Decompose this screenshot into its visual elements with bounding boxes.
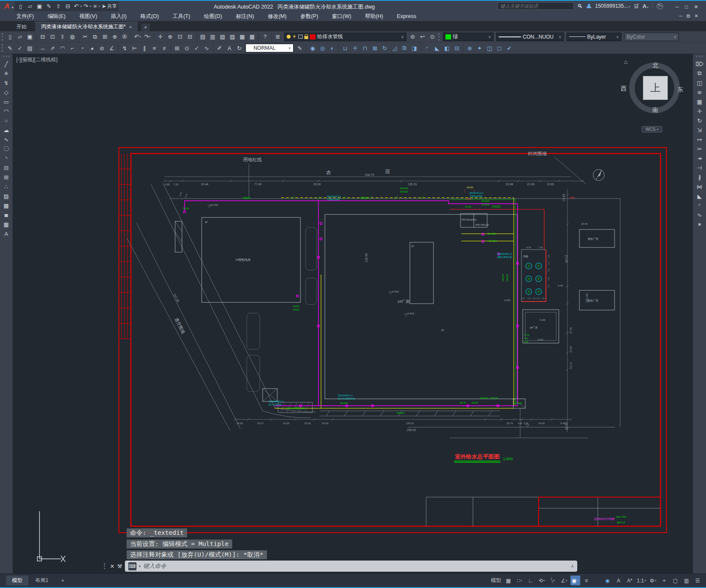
doc-restore-button[interactable]: ⧉: [687, 13, 690, 19]
quick-calculator-button[interactable]: ▦: [247, 32, 257, 42]
multiline-text-button[interactable]: A: [1, 229, 12, 238]
copy-faces-button[interactable]: ⧉: [400, 43, 409, 53]
menu-view-button[interactable]: 视图(V): [73, 12, 104, 21]
match-properties-button[interactable]: ✇: [120, 32, 130, 42]
layer-dropdown[interactable]: ☀ 给排水管线 ∨: [284, 33, 406, 41]
annotation-visibility-button[interactable]: A: [614, 576, 624, 585]
doc-minimize-button[interactable]: ─: [679, 13, 682, 19]
trim-button[interactable]: ✂: [694, 144, 705, 154]
match-layer-button[interactable]: ⊜: [408, 32, 418, 42]
menu-file-button[interactable]: 文件(F): [9, 12, 41, 21]
ellipse-button[interactable]: 〇: [1, 144, 12, 154]
menu-modify-button[interactable]: 修改(M): [261, 12, 294, 21]
viewcube-north[interactable]: 北: [652, 62, 658, 69]
insert-block-button[interactable]: ⊟: [1, 163, 12, 172]
isometric-drafting-button[interactable]: ∠: [559, 576, 569, 585]
toolbar-grip[interactable]: [696, 56, 703, 57]
toolbar-grip[interactable]: [2, 33, 3, 41]
lineweight-display-button[interactable]: ≡: [582, 576, 591, 585]
undo-icon[interactable]: ↶: [73, 2, 82, 11]
etransmit-button[interactable]: ◍: [67, 32, 77, 42]
doc-close-button[interactable]: ✕: [694, 13, 698, 19]
circle-button[interactable]: ○: [1, 116, 12, 125]
chevron-down-icon[interactable]: ∨: [488, 35, 491, 39]
stretch-button[interactable]: ↦: [694, 135, 705, 144]
viewport-controls[interactable]: [-][俯视][二维线框]: [16, 56, 58, 63]
create-block-button[interactable]: ⊞: [1, 172, 12, 182]
rotate-faces-button[interactable]: ↻: [380, 43, 390, 53]
annotation-scale-button[interactable]: 1:1: [636, 576, 647, 585]
app-store-cart-icon[interactable]: 🛒︎: [633, 3, 639, 9]
wcs-dropdown[interactable]: WCS▾: [642, 126, 662, 133]
polyline-button[interactable]: ↯: [1, 78, 12, 87]
zoom-window-button[interactable]: ⊡: [175, 32, 185, 42]
qopen-icon[interactable]: ▱: [26, 2, 35, 11]
qplot-icon[interactable]: ⊟: [64, 2, 73, 11]
move-faces-button[interactable]: ✛: [350, 43, 360, 53]
tab-close-icon[interactable]: ×: [129, 24, 132, 30]
publish-button[interactable]: ⇪: [58, 32, 67, 42]
command-customize-icon[interactable]: ⚒: [117, 563, 122, 570]
chamfer-button[interactable]: ◣: [694, 191, 705, 201]
dimstyle-dropdown[interactable]: NORMAL ∨: [245, 44, 294, 52]
move-button[interactable]: ✛: [694, 106, 705, 116]
sheet-set-manager-button[interactable]: ▨: [227, 32, 237, 42]
object-snap-tracking-button[interactable]: ⧹: [548, 576, 558, 585]
break-button[interactable]: ∦: [694, 172, 705, 182]
spell-check-button[interactable]: ✓: [15, 43, 25, 53]
command-grip[interactable]: [104, 563, 106, 569]
menu-tools-button[interactable]: 工具(T): [166, 12, 197, 21]
fillet-edge-button[interactable]: ◜: [422, 43, 432, 53]
dim-text-edit-button[interactable]: A: [224, 43, 234, 53]
viewcube-south[interactable]: 南: [652, 106, 658, 114]
polygon-button[interactable]: ◇: [1, 87, 12, 97]
blend-curves-button[interactable]: ∿: [694, 210, 705, 220]
window-close-button[interactable]: ✕: [694, 4, 698, 10]
offset-faces-button[interactable]: ⊓: [360, 43, 370, 53]
viewcube-east[interactable]: 东: [677, 86, 683, 93]
extrude-faces-button[interactable]: ⊔: [340, 43, 350, 53]
dim-diameter-button[interactable]: ⊘: [97, 43, 107, 53]
copy-edges-button[interactable]: ⊟: [452, 43, 462, 53]
break-at-point-button[interactable]: ⊣: [694, 163, 705, 172]
chevron-down-icon[interactable]: ∨: [401, 35, 404, 39]
explode-button[interactable]: ✶: [694, 220, 705, 229]
polar-tracking-button[interactable]: ⟲: [537, 576, 547, 585]
qsave-as-icon[interactable]: ✎: [45, 2, 54, 11]
rectangle-button[interactable]: ▭: [1, 97, 12, 106]
graphics-performance-button[interactable]: ◉: [603, 576, 612, 585]
shell-button[interactable]: ◻: [494, 43, 504, 53]
edit-text-button[interactable]: ✎: [5, 43, 15, 53]
table[interactable]: ▦: [1, 220, 12, 229]
chamfer-edge-button[interactable]: ◣: [432, 43, 442, 53]
redo-button[interactable]: ↷: [142, 32, 152, 42]
dim-baseline-button[interactable]: ⊨: [130, 43, 139, 53]
gradient-button[interactable]: ▩: [1, 201, 12, 210]
erase-button[interactable]: ⌦: [694, 59, 705, 69]
dim-aligned-button[interactable]: ⇗: [48, 43, 58, 53]
cut-clip-button[interactable]: ✂: [80, 32, 90, 42]
tab-start[interactable]: 开始: [10, 22, 33, 31]
line-button[interactable]: ╱: [1, 59, 12, 69]
undo-button[interactable]: ↶: [133, 32, 142, 42]
copy-clip-button[interactable]: ⧉: [90, 32, 100, 42]
toolbar-grip[interactable]: [2, 44, 3, 52]
join-button[interactable]: ⋈: [694, 182, 705, 191]
dim-ordinate-button[interactable]: ⌐: [67, 43, 77, 53]
model-tab[interactable]: 模型: [6, 576, 28, 585]
grid-display-button[interactable]: ▦: [503, 576, 513, 585]
annotation-scale-list-button[interactable]: ▤: [25, 43, 35, 53]
layer-unlock-icon[interactable]: [304, 36, 308, 39]
designcenter-button[interactable]: ▥: [208, 32, 218, 42]
copy-button[interactable]: ⧉: [694, 69, 705, 78]
quick-dim-button[interactable]: ↯: [120, 43, 130, 53]
clean-button[interactable]: ✦: [475, 43, 485, 53]
hardware-acceleration-button[interactable]: ▥: [682, 576, 691, 585]
zoom-realtime-button[interactable]: ⊕: [165, 32, 175, 42]
array-button[interactable]: ▦: [694, 97, 705, 106]
delete-faces-button[interactable]: ⊠: [370, 43, 380, 53]
layer-isolate-button[interactable]: ⊙: [427, 32, 437, 42]
customization-button[interactable]: ☰: [693, 576, 703, 585]
paste-block-button[interactable]: ⊕: [110, 32, 120, 42]
dim-radius-button[interactable]: ◔: [77, 43, 87, 53]
